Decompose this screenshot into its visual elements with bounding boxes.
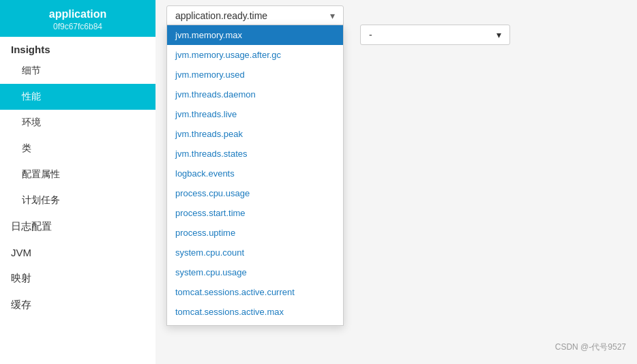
metric-dropdown-value: application.ready.time: [175, 10, 267, 21]
sidebar-item-mapping[interactable]: 映射: [0, 265, 155, 292]
dropdown-list-item-jvm-threads-daemon[interactable]: jvm.threads.daemon: [167, 85, 343, 104]
app-title: application: [5, 8, 150, 20]
dropdown-list-item-system-cpu-count[interactable]: system.cpu.count: [167, 243, 343, 262]
dropdown-list-item-process-start-time[interactable]: process.start.time: [167, 203, 343, 223]
dropdown-list-item-logback-events[interactable]: logback.events: [167, 164, 343, 183]
dropdown-list-item-jvm-threads-peak[interactable]: jvm.threads.peak: [167, 124, 343, 144]
dropdown-list-item-process-cpu-usage[interactable]: process.cpu.usage: [167, 183, 343, 203]
dropdown-list-item-tomcat-sessions-active-current[interactable]: tomcat.sessions.active.current: [167, 282, 343, 302]
dropdown-list-item-system-cpu-usage[interactable]: system.cpu.usage: [167, 262, 343, 282]
sidebar-item-performance[interactable]: 性能: [0, 84, 155, 110]
second-dropdown-chevron-icon: ▾: [497, 29, 501, 40]
sidebar: application 0f9c67fc6b84 Insights 细节 性能 …: [0, 0, 155, 364]
metric-dropdown-trigger[interactable]: application.ready.time ▾: [166, 5, 344, 26]
sidebar-item-cache[interactable]: 缓存: [0, 292, 155, 318]
sidebar-header: application 0f9c67fc6b84: [0, 0, 155, 37]
metric-dropdown-chevron-icon: ▾: [330, 10, 335, 21]
sidebar-item-jvm[interactable]: JVM: [0, 240, 155, 265]
sidebar-item-environment[interactable]: 环境: [0, 110, 155, 136]
dropdown-list-item-jvm-memory-max[interactable]: jvm.memory.max: [167, 25, 343, 45]
dropdown-list-item-tomcat-sessions-alive-max[interactable]: tomcat.sessions.alive.max: [167, 322, 343, 325]
metric-dropdown-list: jvm.memory.maxjvm.memory.usage.after.gcj…: [167, 25, 343, 325]
sidebar-item-classes[interactable]: 类: [0, 136, 155, 162]
sidebar-item-scheduled-tasks[interactable]: 计划任务: [0, 187, 155, 213]
second-dropdown-trigger[interactable]: - ▾: [360, 25, 510, 45]
dropdown-list-item-jvm-threads-live[interactable]: jvm.threads.live: [167, 104, 343, 124]
watermark: CSDN @-代号9527: [555, 342, 626, 353]
metric-dropdown-list-container: jvm.memory.maxjvm.memory.usage.after.gcj…: [166, 25, 344, 326]
sidebar-item-log-config[interactable]: 日志配置: [0, 213, 155, 240]
dropdown-list-item-jvm-threads-states[interactable]: jvm.threads.states: [167, 144, 343, 164]
dropdown-list-item-jvm-memory-usage-after-gc[interactable]: jvm.memory.usage.after.gc: [167, 45, 343, 65]
dropdown-list-item-tomcat-sessions-active-max[interactable]: tomcat.sessions.active.max: [167, 302, 343, 322]
sidebar-item-config-props[interactable]: 配置属性: [0, 162, 155, 187]
sidebar-section-insights: Insights: [0, 37, 155, 58]
second-dropdown-value: -: [369, 29, 372, 40]
app-id: 0f9c67fc6b84: [53, 22, 102, 31]
main-content: application.ready.time ▾ jvm.memory.maxj…: [155, 0, 637, 364]
sidebar-item-details[interactable]: 细节: [0, 58, 155, 84]
dropdown-list-item-jvm-memory-used[interactable]: jvm.memory.used: [167, 65, 343, 85]
second-dropdown-area: - ▾: [360, 25, 626, 45]
dropdown-list-item-process-uptime[interactable]: process.uptime: [167, 223, 343, 243]
